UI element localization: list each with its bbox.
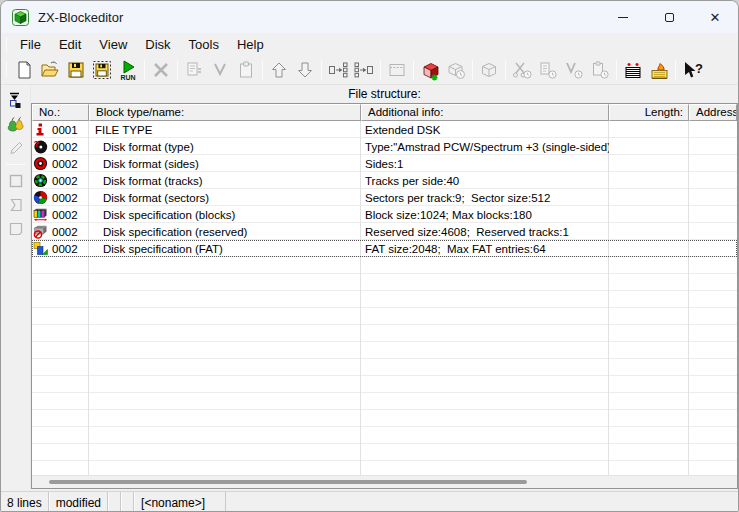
file-structure-label: File structure: [31,87,738,102]
column-header-length[interactable]: Length: [609,104,689,121]
svg-text:RUN: RUN [120,74,135,81]
table-row[interactable]: 0002 Disk format (sectors) Sectors per t… [32,189,737,206]
goto-first-icon [7,91,25,109]
move-up-button[interactable] [266,58,292,82]
row-no-cell: ? 0002 [32,138,89,155]
menu-edit[interactable]: Edit [50,35,90,55]
move-down-button[interactable] [292,58,318,82]
row-info: Block size:1024; Max blocks:180 [361,209,609,221]
svg-text:?: ? [34,139,40,149]
menu-view[interactable]: View [90,35,136,55]
cube-clock-icon [446,60,466,80]
run-button[interactable]: RUN [115,58,141,82]
statusbar: 8 lines modified [<noname>] [1,491,738,512]
table-row-selected[interactable]: 0002 Disk specification (FAT) FAT size:2… [32,240,737,257]
row-no-cell: 0002 [32,240,89,257]
scrollbar-thumb[interactable] [49,480,527,484]
open-file-button[interactable] [37,58,63,82]
table-row[interactable]: 0002 Disk specification (reserved) Reser… [32,223,737,240]
open-folder-icon [40,60,60,80]
horizontal-scrollbar[interactable] [32,475,737,488]
block-window-button [384,58,410,82]
save-button[interactable] [63,58,89,82]
new-file-button[interactable] [11,58,37,82]
select-polygon-button [4,194,28,216]
menu-disk[interactable]: Disk [136,35,179,55]
table-row[interactable]: ? 0002 Disk format (type) Type:"Amstrad … [32,138,737,155]
goto-first-block-button[interactable] [4,89,28,111]
menubar: File Edit View Disk Tools Help [1,33,738,56]
toolbar: RUN [1,56,738,85]
row-no: 0002 [52,226,78,238]
side-separator [6,164,26,165]
pencil-icon [7,139,25,157]
column-header-info[interactable]: Additional info: [361,104,609,121]
build-block-button[interactable] [417,58,443,82]
disk-tracks-icon [33,173,48,188]
table-body: 0001 FILE TYPE Extended DSK [32,121,737,475]
table-row[interactable]: 0002 Disk specification (blocks) Block s… [32,206,737,223]
column-header-no[interactable]: No.: [32,104,89,121]
row-info: Tracks per side:40 [361,175,609,187]
caption-buttons: ✕ [600,1,738,33]
spec-blocks-icon [33,207,48,222]
pears-button[interactable] [4,113,28,135]
file-type-icon [33,122,48,137]
save-flash-button[interactable] [89,58,115,82]
disk-type-icon: ? [33,139,48,154]
column-header-address[interactable]: Address: [689,104,737,121]
calculator-button[interactable] [646,58,672,82]
toolbar-separator [380,60,381,80]
maximize-button[interactable] [646,1,692,33]
row-info: Reserved size:4608; Reserved tracks:1 [361,226,609,238]
row-info: Sides:1 [361,158,609,170]
table-row[interactable]: 0002 Disk format (tracks) Tracks per sid… [32,172,737,189]
toolbar-separator [675,60,676,80]
split-block-button[interactable] [325,58,351,82]
row-info: Extended DSK [361,124,609,136]
region-shape-icon [7,220,25,238]
row-no: 0002 [52,175,78,187]
table-row[interactable]: 0001 FILE TYPE Extended DSK [32,121,737,138]
rect-shape-icon [7,172,25,190]
row-info: FAT size:2048; Max FAT entries:64 [361,243,609,255]
status-lines-panel: 8 lines [1,492,49,512]
minimize-button[interactable] [600,1,646,33]
svg-text:?: ? [695,61,703,76]
paste-v-history-button [561,58,587,82]
row-info: Type:"Amstrad PCW/Spectrum +3 (single-si… [361,141,609,153]
toolbar-separator [616,60,617,80]
arrow-down-icon [295,60,315,80]
context-help-icon: ? [682,60,703,81]
titlebar: ZX-Blockeditor ✕ [1,1,738,33]
minimize-icon [618,17,628,18]
polygon-shape-icon [7,196,25,214]
merge-block-button[interactable] [351,58,377,82]
spec-fat-icon [33,241,48,256]
row-name: FILE TYPE [89,124,361,136]
row-no-cell: 0002 [32,172,89,189]
merge-block-icon [354,60,374,80]
table-row[interactable]: 0002 Disk format (sides) Sides:1 [32,155,737,172]
toolbar-separator [177,60,178,80]
menu-tools[interactable]: Tools [180,35,228,55]
menu-file[interactable]: File [11,35,50,55]
build-cube-icon [420,60,441,81]
paste-v-button [207,58,233,82]
context-help-button[interactable]: ? [679,58,705,82]
column-header-name[interactable]: Block type/name: [89,104,361,121]
split-block-icon [328,60,348,80]
toolbar-grip [6,62,7,78]
arrow-up-icon [269,60,289,80]
side-toolbar [1,85,31,491]
spec-reserved-icon [33,224,48,239]
status-modified-panel: modified [49,492,108,512]
select-region-button [4,218,28,240]
row-name: Disk specification (reserved) [89,226,361,238]
paste-v-clock-icon [564,60,584,80]
disk-sectors-icon [33,190,48,205]
close-button[interactable]: ✕ [692,1,738,33]
menu-help[interactable]: Help [228,35,273,55]
toolbar-separator [144,60,145,80]
memory-map-button[interactable] [620,58,646,82]
